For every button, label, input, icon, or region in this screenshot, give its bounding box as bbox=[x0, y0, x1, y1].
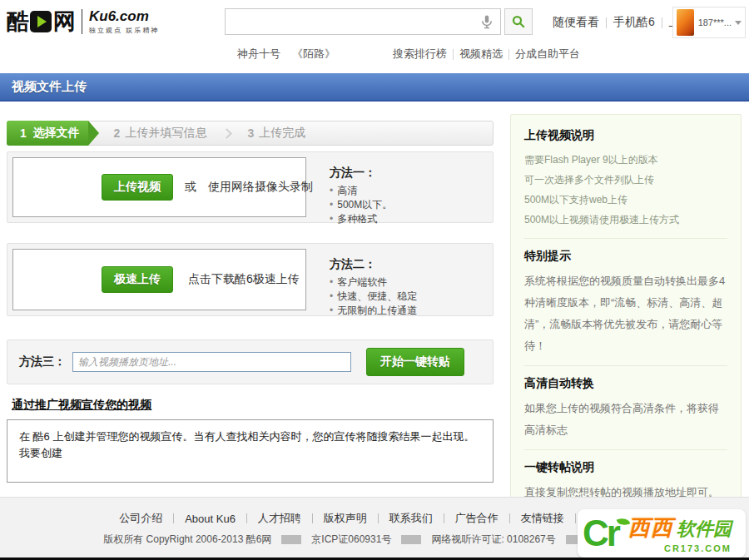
promo-text: 在 酷6 上创建并管理您的视频宣传。当有人查找相关内容时，您的宣传将随搜索结果一… bbox=[19, 429, 481, 445]
step-number: 3 bbox=[247, 126, 254, 140]
section-title: 上传视频说明 bbox=[524, 128, 727, 143]
section-item: 500M以上视频请使用极速上传方式 bbox=[524, 210, 727, 230]
username: 187***... bbox=[698, 17, 732, 27]
method2-item: 快速、便捷、稳定 bbox=[330, 290, 417, 304]
repost-method-panel: 方法三： 开始一键转贴 bbox=[7, 339, 494, 384]
footer-link-contact[interactable]: 联系我们 bbox=[379, 511, 444, 526]
step-2: 2上传并填写信息 bbox=[99, 126, 222, 141]
sub-link-revenue[interactable]: 分成自助平台 bbox=[509, 47, 586, 62]
method1-item: 高清 bbox=[330, 184, 392, 198]
method2-info: 方法二： 客户端软件 快速、便捷、稳定 无限制的上传通道 bbox=[330, 249, 417, 310]
step-arrow bbox=[88, 121, 99, 146]
section-item: 需要Flash Player 9以上的版本 bbox=[524, 150, 727, 170]
upload-video-button[interactable]: 上传视频 bbox=[102, 174, 173, 201]
step-3: 3上传完成 bbox=[232, 126, 320, 141]
promo-section: 通过推广视频宣传您的视频 在 酷6 上创建并管理您的视频宣传。当有人查找相关内容… bbox=[7, 398, 494, 483]
section-paragraph: 如果您上传的视频符合高清条件，将获得高清标志 bbox=[524, 398, 727, 441]
or-text: 或 bbox=[185, 180, 196, 195]
help-sidebar: 上传视频说明 需要Flash Player 9以上的版本 可一次选择多个文件列队… bbox=[510, 114, 742, 560]
section-item: 可一次选择多个文件列队上传 bbox=[524, 170, 727, 190]
logo-domain: Ku6.com bbox=[89, 8, 159, 25]
footer-link-friends[interactable]: 友情链接 bbox=[510, 511, 575, 526]
webcam-record-link[interactable]: 使用网络摄像头录制 bbox=[208, 180, 313, 195]
footer-link-ads[interactable]: 广告合作 bbox=[444, 511, 509, 526]
upload-method1-panel: 上传视频 或 使用网络摄像头录制 方法一： 高清 500M以下。 多种格式 bbox=[7, 151, 494, 223]
sidebar-section-special-tip: 特别提示 系统将根据您的视频质量自动转换出最多4种清晰度版本，即“流畅、标清、高… bbox=[524, 238, 727, 365]
watermark-name-orange: 西西 bbox=[628, 513, 673, 543]
divider bbox=[401, 535, 421, 544]
upload-method2-panel: 极速上传 点击下载酷6极速上传 方法二： 客户端软件 快速、便捷、稳定 无限制的… bbox=[7, 243, 494, 316]
video-url-input[interactable] bbox=[72, 352, 351, 372]
play-icon bbox=[30, 11, 52, 32]
hot-keyword-link[interactable]: 《陌路》 bbox=[292, 47, 335, 62]
watermark-name-green: 软件园 bbox=[677, 517, 732, 542]
watermark-domain: CR173.COM bbox=[664, 543, 732, 553]
footer-link-about-en[interactable]: About Ku6 bbox=[174, 513, 246, 525]
step-1-active: 1 选择文件 bbox=[7, 121, 88, 146]
footer-link-about[interactable]: 公司介绍 bbox=[108, 511, 173, 526]
create-promo-link[interactable]: 我要创建 bbox=[19, 447, 62, 459]
speed-upload-box: 极速上传 点击下载酷6极速上传 bbox=[12, 249, 306, 310]
method2-item: 无限制的上传通道 bbox=[330, 304, 417, 318]
sidebar-section-hd-convert: 高清自动转换 如果您上传的视频符合高清条件，将获得高清标志 bbox=[524, 365, 727, 449]
step-label: 上传完成 bbox=[259, 126, 305, 141]
section-paragraph: 系统将根据您的视频质量自动转换出最多4种清晰度版本，即“流畅、标清、高清、超清”… bbox=[524, 270, 727, 357]
microphone-icon[interactable] bbox=[479, 14, 494, 29]
cr-logo: Cr bbox=[583, 515, 618, 552]
nav-mobile-link[interactable]: 手机酷6 bbox=[607, 15, 662, 30]
upload-dropzone: 上传视频 或 使用网络摄像头录制 bbox=[12, 157, 306, 217]
icp-license: 京ICP证060931号 bbox=[301, 533, 401, 547]
logo-brand-text: 酷网 bbox=[7, 7, 75, 37]
section-title: 高清自动转换 bbox=[524, 376, 727, 391]
step-label: 选择文件 bbox=[33, 126, 80, 141]
hot-keywords: 神舟十号 《陌路》 bbox=[237, 47, 335, 62]
sub-link-featured[interactable]: 视频精选 bbox=[454, 47, 508, 62]
copyright-text: 版权所有 CopyRight 2006-2013 酷6网 bbox=[93, 533, 281, 547]
step-number: 2 bbox=[114, 126, 121, 140]
search-button[interactable] bbox=[504, 8, 533, 35]
logo-divider bbox=[82, 9, 82, 34]
step-label: 上传并填写信息 bbox=[125, 126, 206, 141]
speed-upload-button[interactable]: 极速上传 bbox=[102, 266, 173, 293]
ku6-logo[interactable]: 酷网 Ku6.com 独立观点 娱乐精神 bbox=[7, 7, 159, 37]
method1-title: 方法一： bbox=[330, 166, 392, 181]
avatar bbox=[677, 9, 694, 36]
wizard-steps: 1 选择文件 2上传并填写信息 3上传完成 bbox=[7, 121, 494, 146]
start-repost-button[interactable]: 开始一键转贴 bbox=[366, 348, 464, 376]
download-client-link[interactable]: 点击下载酷6极速上传 bbox=[188, 272, 300, 287]
method2-title: 方法二： bbox=[330, 257, 417, 272]
divider bbox=[281, 535, 301, 544]
av-license: 网络视听许可证: 0108267号 bbox=[421, 533, 565, 547]
method3-label: 方法三： bbox=[19, 354, 66, 369]
promo-title: 通过推广视频宣传您的视频 bbox=[12, 398, 494, 413]
sidebar-section-upload-notes: 上传视频说明 需要Flash Player 9以上的版本 可一次选择多个文件列队… bbox=[524, 125, 727, 238]
promo-box: 在 酷6 上创建并管理您的视频宣传。当有人查找相关内容时，您的宣传将随搜索结果一… bbox=[7, 419, 494, 483]
page-banner: 视频文件上传 bbox=[0, 73, 749, 102]
method1-item: 多种格式 bbox=[330, 212, 392, 226]
step-number: 1 bbox=[20, 126, 27, 140]
magnifier-icon bbox=[511, 14, 526, 29]
page-title: 视频文件上传 bbox=[12, 79, 87, 95]
section-title: 特别提示 bbox=[524, 249, 727, 264]
footer-links: 公司介绍 About Ku6 人才招聘 版权声明 联系我们 广告合作 友情链接 … bbox=[108, 511, 641, 526]
method2-item: 客户端软件 bbox=[330, 275, 417, 290]
sub-link-rankings[interactable]: 搜索排行榜 bbox=[387, 47, 453, 62]
section-title: 一键转帖说明 bbox=[524, 460, 727, 475]
xixi-watermark: Cr 西西 软件园 CR173.COM bbox=[578, 509, 746, 558]
method1-info: 方法一： 高清 500M以下。 多种格式 bbox=[330, 157, 392, 217]
nav-browse-link[interactable]: 随便看看 bbox=[546, 15, 606, 30]
chevron-down-icon bbox=[735, 21, 742, 25]
header: 酷网 Ku6.com 独立观点 娱乐精神 随便看看 手机酷6 bbox=[0, 0, 749, 72]
method1-item: 500M以下。 bbox=[330, 198, 392, 212]
section-item: 500M以下支持web上传 bbox=[524, 190, 727, 210]
search-input[interactable] bbox=[225, 8, 501, 35]
chevron-right-icon bbox=[222, 128, 233, 139]
footer-link-jobs[interactable]: 人才招聘 bbox=[247, 511, 312, 526]
user-menu[interactable]: 187***... bbox=[672, 7, 746, 38]
search-bar bbox=[225, 8, 533, 35]
hot-keyword-link[interactable]: 神舟十号 bbox=[237, 47, 280, 62]
logo-tagline: 独立观点 娱乐精神 bbox=[89, 26, 159, 35]
sub-nav: 搜索排行榜 视频精选 分成自助平台 bbox=[387, 47, 586, 62]
footer-link-copyright[interactable]: 版权声明 bbox=[313, 511, 378, 526]
main-content: 1 选择文件 2上传并填写信息 3上传完成 上传视频 或 使用网络摄像头录制 方… bbox=[7, 121, 494, 483]
